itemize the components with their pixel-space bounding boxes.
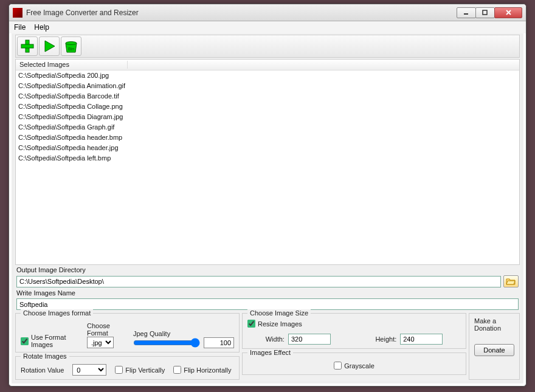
list-item[interactable]: C:\Softpedia\Softpedia Barcode.tif [16,91,519,101]
rotation-label: Rotation Value [21,366,64,374]
play-icon [41,38,57,54]
grayscale-checkbox[interactable]: Grayscale [334,362,374,370]
app-window: Free Image Converter and Resizer File He… [9,4,526,387]
height-input[interactable] [400,334,443,345]
svg-marker-6 [45,41,55,52]
jpeg-quality-label: Jpeg Quality [133,330,234,337]
run-button[interactable] [39,36,60,56]
file-list-header[interactable]: Selected Images [16,60,519,70]
width-label: Width: [266,335,285,343]
quality-slider[interactable] [133,338,200,348]
height-label: Height: [375,335,396,343]
output-dir-input[interactable] [16,276,501,287]
folder-open-icon [506,277,516,286]
list-item[interactable]: C:\Softpedia\Softpedia Collage.png [16,101,519,112]
effect-group-title: Images Effect [247,349,293,356]
donate-group: Make a Donation Donate [469,313,520,380]
format-group-title: Choose Images format [21,309,93,317]
file-list-body[interactable]: C:\Softpedia\Softpedia 200.jpg C:\Softpe… [16,70,519,264]
output-name-input[interactable] [16,298,519,310]
quality-value[interactable] [204,337,234,348]
window-title: Free Image Converter and Resizer [26,9,457,17]
size-group-title: Choose Image Size [247,309,311,317]
rotate-group: Rotate Images Rotation Value 0 Flip Vert… [15,356,240,380]
maximize-button[interactable] [475,7,495,18]
rotate-group-title: Rotate Images [21,352,69,360]
use-format-checkbox[interactable]: Use Format Images [21,334,81,348]
svg-text:Bin: Bin [68,47,74,51]
format-select[interactable]: .jpg [87,337,114,348]
flip-horizontal-checkbox[interactable]: Flip Horizontally [173,366,231,374]
file-list-header-label: Selected Images [18,61,128,69]
resize-checkbox[interactable]: Resize Images [247,320,302,328]
list-item[interactable]: C:\Softpedia\Softpedia Diagram.jpg [16,112,519,122]
browse-button[interactable] [503,275,519,287]
list-item[interactable]: C:\Softpedia\Softpedia Graph.gif [16,122,519,132]
bin-icon: Bin [63,38,80,54]
list-item[interactable]: C:\Softpedia\Softpedia 200.jpg [16,70,519,81]
file-list-panel: Selected Images C:\Softpedia\Softpedia 2… [15,59,520,265]
svg-rect-1 [483,10,487,15]
add-button[interactable] [17,36,38,56]
rotation-select[interactable]: 0 [72,364,106,376]
menu-help[interactable]: Help [34,23,49,32]
list-item[interactable]: C:\Softpedia\Softpedia header.jpg [16,143,519,153]
plus-icon [19,38,35,54]
menubar: File Help [9,21,526,33]
donate-title: Make a Donation [474,317,514,332]
menu-file[interactable]: File [14,23,26,32]
effect-group: Images Effect Grayscale [242,352,466,375]
svg-rect-5 [21,44,33,48]
maximize-icon [482,10,488,16]
donate-button[interactable]: Donate [474,344,514,356]
flip-vertical-checkbox[interactable]: Flip Vertically [115,366,165,374]
app-icon [13,8,22,18]
size-group: Choose Image Size Resize Images Width: H… [242,313,466,349]
output-dir-label: Output Image Directory [15,265,520,275]
width-input[interactable] [288,334,331,345]
list-item[interactable]: C:\Softpedia\Softpedia Animation.gif [16,81,519,91]
close-icon [505,9,512,16]
list-item[interactable]: C:\Softpedia\Softpedia left.bmp [16,153,519,163]
list-item[interactable]: C:\Softpedia\Softpedia header.bmp [16,132,519,143]
choose-format-label: Choose Format [87,322,127,337]
bin-button[interactable]: Bin [61,36,81,56]
minimize-button[interactable] [457,7,476,18]
svg-point-7 [66,42,77,45]
format-group: Choose Images format Use Format Images C… [15,313,240,352]
titlebar[interactable]: Free Image Converter and Resizer [9,4,526,21]
minimize-icon [463,10,469,16]
toolbar: Bin [15,35,520,58]
output-name-label: Write Images Name [15,288,520,298]
close-button[interactable] [494,7,522,18]
